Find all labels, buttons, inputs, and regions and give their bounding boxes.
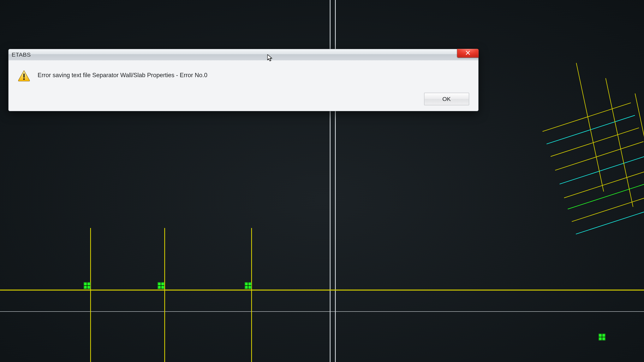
close-button[interactable] (457, 49, 479, 58)
svg-rect-0 (24, 73, 24, 78)
svg-point-1 (23, 78, 25, 80)
error-dialog: ETABS (8, 49, 478, 111)
dialog-body: Error saving text file Separator Wall/Sl… (8, 60, 478, 111)
ok-button[interactable]: OK (424, 93, 469, 105)
bg-grid-line (0, 311, 644, 312)
dialog-titlebar[interactable]: ETABS (8, 49, 478, 60)
bg-grid-line (251, 228, 252, 362)
bg-grid-line (0, 290, 644, 291)
bg-node (158, 282, 164, 289)
bg-node (84, 282, 90, 289)
bg-wireframe (541, 97, 644, 251)
bg-grid-line (164, 228, 165, 362)
dialog-title: ETABS (12, 51, 31, 58)
dialog-message: Error saving text file Separator Wall/Sl… (38, 70, 208, 79)
bg-node (245, 282, 251, 289)
bg-grid-line (90, 228, 91, 362)
mouse-cursor-icon (267, 54, 272, 61)
close-icon (466, 50, 470, 56)
warning-icon (18, 70, 30, 81)
bg-node (599, 334, 605, 340)
